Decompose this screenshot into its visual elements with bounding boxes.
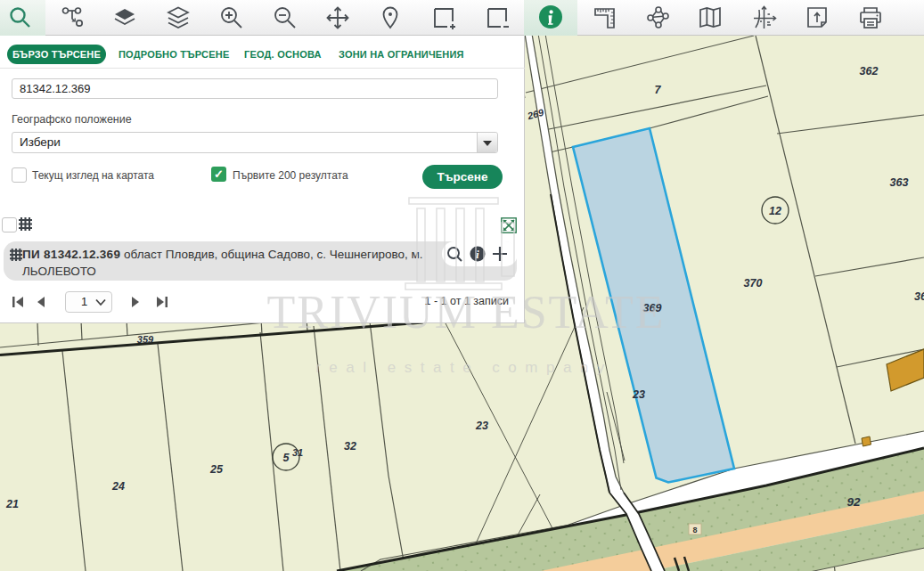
svg-text:7: 7: [655, 84, 662, 96]
svg-text:23: 23: [632, 388, 645, 401]
svg-text:21: 21: [5, 498, 19, 510]
svg-text:8: 8: [692, 526, 697, 534]
svg-text:12: 12: [769, 205, 781, 217]
svg-text:5: 5: [283, 452, 290, 464]
svg-text:92: 92: [846, 495, 861, 509]
svg-text:36: 36: [914, 290, 924, 303]
svg-text:25: 25: [209, 463, 224, 476]
svg-text:31: 31: [292, 447, 303, 458]
svg-text:359: 359: [137, 334, 154, 345]
svg-text:23: 23: [475, 420, 488, 432]
svg-text:370: 370: [744, 277, 763, 290]
svg-text:363: 363: [890, 176, 909, 189]
svg-text:24: 24: [111, 480, 125, 493]
svg-text:369: 369: [643, 302, 662, 314]
svg-text:362: 362: [860, 65, 879, 77]
svg-text:32: 32: [344, 440, 356, 453]
